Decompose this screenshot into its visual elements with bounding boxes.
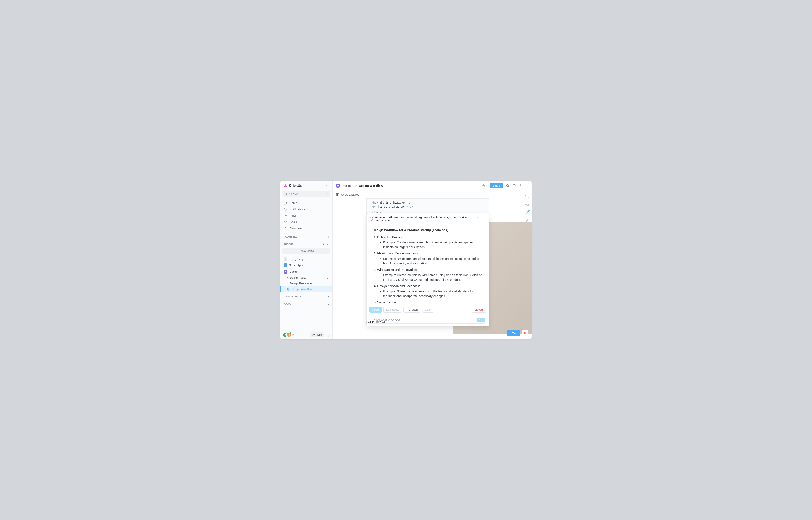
plus-icon: + [509,332,511,335]
search-icon[interactable] [321,243,324,245]
nav-label: Notifications [290,208,305,211]
ai-example: Example: Brainstorm and sketch multiple … [380,256,483,266]
invite-label: Invite [316,333,322,336]
ai-send-button[interactable]: ⌘ ↵ [477,318,485,322]
space-everything[interactable]: Everything [280,256,332,262]
discard-button[interactable]: Discard [471,307,486,313]
breadcrumb-parent[interactable]: Design [342,184,351,187]
new-task-button[interactable]: + Task [507,330,520,336]
nav-label: Home [290,201,297,205]
invite-button[interactable]: Invite [310,332,324,337]
sidebar-header: ClickUp [280,181,332,190]
svg-point-1 [285,215,286,216]
search-kbd: ⌘K [324,193,328,196]
expand-icon [525,194,529,199]
pages-icon [336,193,340,196]
plus-icon: + [298,250,299,252]
apps-grid-icon [524,332,526,334]
ai-followup-input[interactable]: Tell AI what to do next ⌘ ↵ [369,316,486,324]
people-icon [283,263,287,267]
nav-goals[interactable]: Goals [281,219,331,225]
ai-generated-content: Design Workflow for a Product Startup (T… [367,224,489,305]
chevron-down-icon [292,334,294,336]
help-button[interactable]: ? [326,333,330,337]
edit-button[interactable] [525,218,529,222]
ai-example: Example: Conduct user research to identi… [380,240,483,250]
svg-rect-16 [336,193,337,196]
apps-button[interactable] [522,330,529,336]
trophy-icon [283,220,287,224]
content-area: <h1>This is a heading</h1> <p>This is a … [333,199,532,339]
logo[interactable]: ClickUp [283,184,302,188]
space-team[interactable]: Team Space [280,262,332,268]
section-title: FAVORITES [283,235,298,238]
ai-rail-button[interactable]: 1 [525,210,529,214]
ai-prompt-display: Write with AI: Write a compact design wo… [375,215,476,222]
typography-button[interactable]: Aa [525,203,529,206]
space-child-design-workflow[interactable]: Design Workflow [280,286,332,292]
svg-point-8 [286,265,286,265]
export-button[interactable] [525,227,529,230]
history-button[interactable] [481,183,487,189]
main-area: Design / ☀ Design Workflow Share [333,181,532,339]
copy-button[interactable]: Copy [422,307,434,313]
docs-header[interactable]: DOCS › [280,300,332,308]
nav-pulse[interactable]: Pulse [281,212,331,219]
design-space-icon [283,270,287,274]
bell-icon [283,208,287,211]
nav-home[interactable]: Home [281,200,331,206]
primary-nav: Home Notifications Pulse Goals Show less [280,199,332,232]
avatar: JS [286,332,291,337]
show-pages-button[interactable]: Show 2 pages [341,193,359,196]
favorites-header[interactable]: FAVORITES › [280,232,332,240]
nav-notifications[interactable]: Notifications [281,206,331,212]
ai-list-item: Ideation and Conceptualization: Example:… [377,252,483,266]
chevron-right-icon: › [328,303,329,306]
edit-inputs-button[interactable]: Edit Inputs [383,307,402,313]
chevron-right-icon: › [328,235,329,238]
user-avatars[interactable]: J JS [283,332,294,337]
svg-point-10 [313,334,314,335]
doc-icon [287,288,290,291]
ai-list-item: Visual Design: [377,301,483,304]
chevron-right-icon: › [328,295,329,298]
nav-show-less[interactable]: Show less [281,225,331,231]
spaces-header[interactable]: SPACES [280,240,332,247]
ai-panel-header: Write with AI: Write a compact design wo… [367,213,489,224]
space-design[interactable]: Design [280,268,332,275]
rail-badge: 1 [527,210,530,212]
search-placeholder: Search [289,192,298,196]
subtoolbar: Show 2 pages [333,191,532,199]
try-again-button[interactable]: Try Again [403,307,421,313]
space-child-design-tasks[interactable]: Design Tasks 2 [280,275,332,281]
chevron-down-icon[interactable] [326,243,329,245]
more-icon[interactable]: ⋮ [483,217,486,220]
svg-rect-5 [285,259,285,260]
child-label: Design Tasks [290,276,306,279]
more-button[interactable] [525,184,529,187]
status-dot-icon [287,277,288,279]
star-icon [506,184,509,187]
sidebar-footer: J JS Invite ? [280,330,332,339]
topbar-actions: Share [481,183,529,189]
nav-label: Show less [290,227,303,230]
star-button[interactable] [506,184,509,187]
right-rail: Aa 1 [522,191,532,230]
expand-button[interactable] [525,194,529,199]
new-space-button[interactable]: + NEW SPACE [282,248,330,254]
clickup-logo-icon [283,184,288,188]
dashboards-header[interactable]: DASHBOARDS › [280,292,332,300]
info-icon[interactable]: i [477,217,481,220]
search-input[interactable]: Search ⌘K [282,191,330,197]
svg-point-15 [527,185,528,186]
home-icon [283,201,287,205]
collapse-sidebar-icon[interactable] [326,184,329,187]
breadcrumb-current[interactable]: ☀ Design Workflow [355,184,383,187]
share-button[interactable]: Share [489,183,503,188]
download-button[interactable] [519,184,522,187]
svg-point-13 [525,185,526,186]
comment-button[interactable] [512,184,516,187]
insert-button[interactable]: Insert [369,307,382,313]
space-child-design-resources[interactable]: Design Resources [280,281,332,286]
svg-point-0 [285,193,287,194]
